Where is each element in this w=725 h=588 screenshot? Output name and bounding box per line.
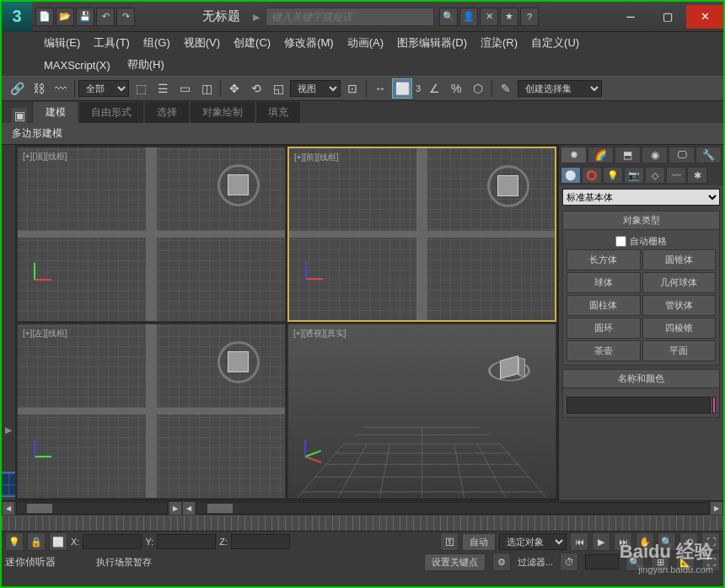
x-input[interactable] [83,534,142,549]
viewcube-front[interactable] [487,165,529,207]
create-tab-icon[interactable]: ✹ [561,147,587,163]
lock-icon[interactable]: 💡 [5,532,24,551]
time-prev-icon[interactable]: ⏮ [570,532,588,551]
hscroll-bar-2[interactable] [196,502,709,515]
autogrid-checkbox-input[interactable] [615,236,626,247]
torus-button[interactable]: 圆环 [567,318,641,339]
menu-grapheditors[interactable]: 图形编辑器(D) [397,35,467,51]
nav-fov-icon[interactable]: 📐 [676,553,695,571]
modify-tab-icon[interactable]: 🌈 [588,147,614,163]
viewport-top-label[interactable]: [+][顶][线框] [23,151,67,163]
autogrid-checkbox[interactable]: 自动栅格 [567,233,716,249]
key-filters-icon[interactable]: ⚙ [492,553,511,571]
maximize-button[interactable]: ▢ [649,5,686,29]
time-config-icon[interactable]: ⏱ [560,553,578,571]
menu-modifiers[interactable]: 修改器(M) [284,35,334,51]
menu-create[interactable]: 创建(C) [234,35,271,51]
selection-filter-combo[interactable]: 全部 [78,80,129,97]
open-file-button[interactable]: 📂 [56,8,74,26]
tube-button[interactable]: 管状体 [642,295,717,316]
helpers-subtab-icon[interactable]: ◇ [645,167,665,184]
menu-group[interactable]: 组(G) [143,35,170,51]
close-button[interactable]: ✕ [686,5,723,29]
save-button[interactable]: 💾 [76,8,94,26]
teapot-button[interactable]: 茶壶 [567,340,641,361]
box-button[interactable]: 长方体 [567,249,641,270]
sphere-button[interactable]: 球体 [567,272,641,293]
object-name-input[interactable] [567,397,711,414]
ribbon-tab-objectpaint[interactable]: 对象绘制 [191,102,255,123]
ribbon-tab-populate[interactable]: 填充 [256,102,300,123]
app-icon[interactable]: 3 [2,2,32,32]
window-crossing-icon[interactable]: ◫ [196,78,217,99]
rollout-object-type-header[interactable]: 对象类型 [562,211,720,230]
y-input[interactable] [157,534,216,549]
select-icon[interactable]: ⬚ [131,78,151,99]
ribbon-tab-freeform[interactable]: 自由形式 [79,102,143,123]
lights-subtab-icon[interactable]: 💡 [603,167,623,184]
menu-edit[interactable]: 编辑(E) [44,35,80,51]
select-region-icon[interactable]: ▭ [175,78,195,99]
viewport-sidebar-expand-icon[interactable]: ▶ [3,421,14,438]
selection-set-combo[interactable]: 选定对象 [499,533,567,550]
plane-button[interactable]: 平面 [642,340,717,361]
move-icon[interactable]: ✥ [224,78,244,99]
search-icon[interactable]: 🔍 [439,8,458,26]
cameras-subtab-icon[interactable]: 📷 [624,167,644,184]
viewport-top[interactable]: [+][顶][线框] [17,147,286,322]
help-icon[interactable]: ? [520,8,539,26]
rotate-icon[interactable]: ⟲ [246,78,266,99]
named-selection-combo[interactable]: 创建选择集 [518,80,602,97]
viewcube-top[interactable] [218,164,260,206]
auto-key-button[interactable]: 自动 [462,533,496,551]
viewport-left-label[interactable]: [+][左][线框] [23,328,67,339]
mini-listener-label[interactable]: 迷你侦听器 [5,555,89,569]
spinner-snap-icon[interactable]: ⬡ [468,78,488,99]
named-sets-edit-icon[interactable]: ✎ [496,78,516,99]
nav-orbit-icon[interactable]: ⟲ [679,532,698,551]
link-icon[interactable]: 🔗 [7,78,27,99]
viewcube-left[interactable] [218,341,260,383]
nav-zoom2-icon[interactable]: 🔍 [626,553,644,571]
menu-maxscript[interactable]: MAXScript(X) [44,59,110,72]
utilities-tab-icon[interactable]: 🔧 [695,147,722,163]
menu-rendering[interactable]: 渲染(R) [481,35,518,51]
manipulate-icon[interactable]: ↔ [370,78,390,99]
shapes-subtab-icon[interactable]: ⭕ [582,167,602,184]
select-name-icon[interactable]: ☰ [153,78,173,99]
rollout-name-color-header[interactable]: 名称和颜色 [562,369,720,388]
selection-lock-icon[interactable]: 🔒 [27,532,46,551]
new-file-button[interactable]: 📄 [35,8,54,26]
cylinder-button[interactable]: 圆柱体 [567,295,641,316]
menu-views[interactable]: 视图(V) [184,35,220,51]
ribbon-tab-modeling[interactable]: 建模 [34,102,78,123]
motion-tab-icon[interactable]: ◉ [642,147,668,163]
filters-label[interactable]: 过滤器... [518,556,553,569]
undo-button[interactable]: ↶ [96,8,115,26]
menu-tools[interactable]: 工具(T) [94,35,130,51]
viewport-front[interactable]: [+][前][线框] [287,147,556,322]
set-key-button[interactable]: 设置关键点 [424,553,486,571]
time-play-icon[interactable]: ▶ [592,532,610,551]
key-mode-icon[interactable]: ⚿ [440,532,459,551]
nav-zoomall-icon[interactable]: ⊞ [651,553,669,571]
nav-max-icon[interactable]: ⛶ [701,532,720,551]
viewport-front-label[interactable]: [+][前][线框] [294,152,339,163]
pivot-icon[interactable]: ⊡ [342,78,362,99]
snap-toggle-icon[interactable]: ⬜ [392,78,412,99]
nav-max2-icon[interactable]: ⛶ [701,553,720,571]
exchange-icon[interactable]: ✕ [480,8,498,26]
viewport-perspective-label[interactable]: [+][透视][真实] [293,328,346,339]
timeline[interactable] [2,516,723,531]
refcoord-combo[interactable]: 视图 [290,80,341,97]
ribbon-minimize-icon[interactable]: ▣ [12,108,27,123]
object-color-swatch[interactable] [712,397,716,414]
signin-icon[interactable]: 👤 [459,8,478,26]
viewport-left[interactable]: [+][左][线框] [17,323,286,499]
viewport-perspective[interactable]: [+][透视][真实] [287,323,556,499]
category-combo[interactable]: 标准基本体 [562,189,720,206]
bind-icon[interactable]: 〰 [51,78,71,99]
redo-button[interactable]: ↷ [116,8,135,26]
scale-icon[interactable]: ◱ [268,78,288,99]
display-tab-icon[interactable]: 🖵 [669,147,695,163]
